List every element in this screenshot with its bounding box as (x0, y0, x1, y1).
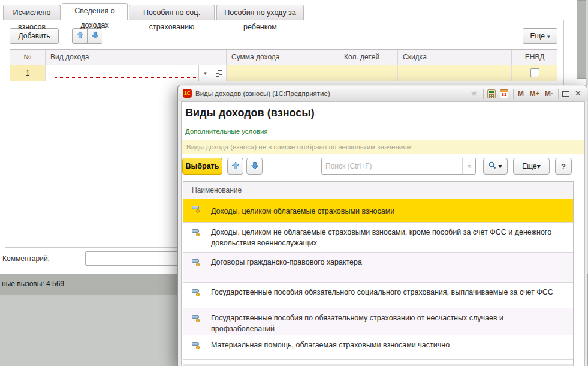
income-sum-cell[interactable] (227, 65, 339, 81)
column-header-discount[interactable]: Скидка (398, 50, 512, 65)
list-item[interactable]: Доходы, целиком не облагаемые страховыми… (183, 223, 573, 253)
main-window-button[interactable]: M (516, 89, 526, 99)
list-item-icon (192, 289, 201, 297)
children-count-cell[interactable] (339, 65, 398, 81)
arrow-up-icon (231, 161, 240, 172)
additional-conditions-link[interactable]: Дополнительные условия (185, 128, 268, 135)
column-header-income-type[interactable]: Вид дохода (46, 50, 227, 65)
search-input[interactable] (322, 158, 462, 174)
clear-icon: × (467, 163, 471, 170)
list-item[interactable]: Доходы, целиком облагаемые страховыми вз… (183, 199, 573, 223)
list-item-icon (192, 229, 201, 237)
window-scrollbar-thumb[interactable] (577, 0, 586, 79)
discount-cell[interactable] (398, 65, 512, 81)
list-item-icon (192, 315, 201, 323)
search-options-button[interactable]: ▾ (483, 158, 508, 175)
tab-income-info[interactable]: Сведения о доходах (62, 3, 128, 20)
close-main-window-button[interactable]: M- (542, 89, 556, 99)
chevron-down-icon: ▾ (498, 162, 502, 170)
table-row-number[interactable]: 1 (10, 65, 46, 81)
more-button[interactable]: Еще▾ (523, 28, 557, 44)
search-clear-button[interactable]: × (462, 158, 475, 174)
list-item-label: Доходы, целиком облагаемые страховыми вз… (211, 206, 565, 217)
search-icon (489, 161, 496, 171)
list-item-icon (192, 206, 201, 214)
chevron-down-icon: ▾ (204, 70, 207, 76)
titlebar-separator (558, 89, 559, 99)
list-item-label: Государственные пособия по обязательному… (211, 313, 565, 334)
list-item-icon (192, 342, 201, 350)
more-button-label: Еще (522, 162, 536, 170)
open-icon (216, 70, 222, 77)
list-item-icon (192, 259, 201, 267)
arrow-down-icon (251, 161, 259, 172)
dialog-titlebar[interactable]: 1С Виды доходов (взносы) (1С:Предприятие… (179, 86, 587, 101)
dialog-heading: Виды доходов (взносы) (185, 107, 315, 119)
move-down-button-dialog[interactable] (246, 158, 263, 175)
screen: Исчислено взносов Сведения о доходах Пос… (0, 0, 588, 366)
income-type-dropdown-button[interactable]: ▾ (198, 65, 212, 81)
list-item[interactable]: Материальная помощь, облагаемая страховы… (183, 335, 573, 360)
list-item-label: Договоры гражданско-правового характера (211, 257, 565, 268)
more-button-dialog[interactable]: Еще▾ (513, 158, 550, 175)
calendar-icon[interactable]: 31 (500, 89, 508, 98)
list-item-label: Материальная помощь, облагаемая страховы… (211, 340, 565, 350)
envd-cell (512, 65, 557, 81)
arrow-down-icon (91, 31, 99, 41)
list-item[interactable]: Договоры гражданско-правового характера (183, 253, 573, 283)
list-footer (183, 364, 573, 366)
income-types-list: Наименование Доходы, целиком облагаемые … (183, 181, 574, 366)
filter-info-bar: Виды дохода (взноса) не в списке:отобран… (182, 140, 584, 154)
dialog-title: Виды доходов (взносы) (1С:Предприятие) (195, 90, 330, 97)
calendar-day: 31 (500, 92, 508, 97)
tab-childcare-benefits[interactable]: Пособия по уходу за ребенком (216, 5, 304, 20)
comment-label: Комментарий: (2, 254, 50, 263)
list-column-header[interactable]: Наименование (183, 182, 573, 199)
1c-logo-icon: 1С (183, 89, 192, 98)
envd-checkbox[interactable] (530, 68, 539, 77)
titlebar-separator (483, 89, 484, 99)
search-box: × (321, 158, 476, 175)
column-header-income-sum[interactable]: Сумма дохода (227, 50, 339, 65)
help-button[interactable]: ? (555, 158, 572, 175)
list-item-label: Доходы, целиком не облагаемые страховыми… (211, 227, 565, 248)
open-main-window-button[interactable]: M+ (528, 89, 541, 99)
required-field-underline (55, 77, 198, 78)
column-header-children-count[interactable]: Кол. детей (339, 50, 398, 65)
tab-social-insurance-benefits[interactable]: Пособия по соц. страхованию (129, 5, 215, 20)
status-text: ные вызовы: 4 569 (2, 280, 64, 288)
list-item-label: Государственные пособия обязательного со… (211, 287, 565, 298)
column-header-number[interactable]: № (10, 50, 46, 65)
open-value-button[interactable] (212, 65, 227, 81)
titlebar-separator (513, 89, 514, 99)
close-icon[interactable]: ✕ (575, 89, 581, 98)
tab-calculated-contributions[interactable]: Исчислено взносов (3, 5, 61, 20)
chevron-down-icon: ▾ (537, 162, 541, 170)
income-types-dialog: 1С Виды доходов (взносы) (1С:Предприятие… (177, 85, 587, 366)
chevron-down-icon: ▾ (547, 34, 550, 40)
maximize-icon[interactable] (562, 91, 569, 97)
calculator-icon[interactable] (487, 89, 496, 98)
column-header-envd[interactable]: ЕНВД (512, 50, 557, 65)
list-item[interactable]: Государственные пособия обязательного со… (183, 283, 573, 308)
favorites-star-icon[interactable]: ★ (471, 89, 478, 98)
income-type-cell[interactable] (46, 65, 198, 81)
more-button-label: Еще (530, 32, 545, 40)
list-item[interactable]: Государственные пособия по обязательному… (183, 308, 573, 335)
move-up-button-dialog[interactable] (227, 158, 243, 175)
arrow-up-icon (76, 31, 84, 41)
select-button[interactable]: Выбрать (182, 158, 222, 175)
